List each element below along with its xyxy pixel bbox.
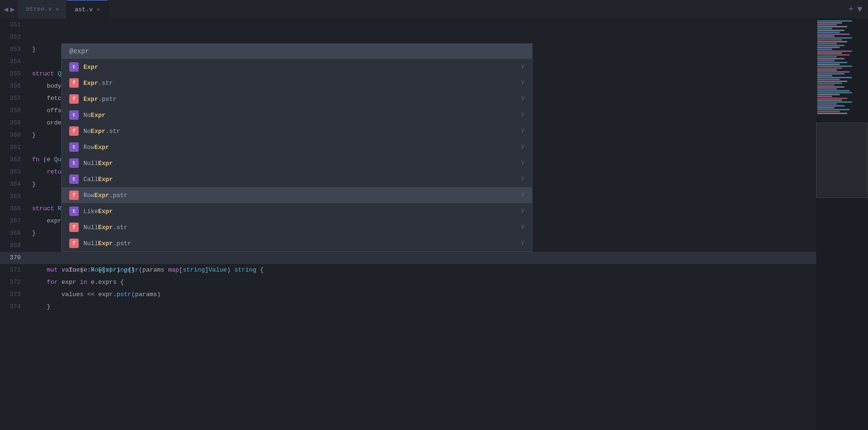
item-func-icon: f bbox=[69, 78, 79, 88]
line-number: 364 bbox=[0, 178, 28, 190]
tab-btree-close[interactable]: ✕ bbox=[56, 6, 59, 13]
line-number: 374 bbox=[0, 301, 28, 313]
code-line: 374 } bbox=[0, 301, 816, 313]
line-number: 371 bbox=[0, 264, 28, 276]
editor-area: 351 352 } + '$ 353 } 354 bbox=[0, 19, 816, 430]
item-bold: Expr bbox=[83, 96, 98, 103]
autocomplete-item-callexpr[interactable]: t CallExpr V bbox=[62, 171, 532, 187]
line-number: 363 bbox=[0, 166, 28, 178]
autocomplete-item-rowexpr[interactable]: t RowExpr V bbox=[62, 139, 532, 155]
item-shortcut: V bbox=[521, 80, 524, 86]
tab-ast-label: ast.v bbox=[74, 6, 93, 13]
item-shortcut: V bbox=[521, 96, 524, 102]
line-number: 354 bbox=[0, 56, 28, 68]
minimap-viewport bbox=[816, 123, 868, 198]
line-number: 361 bbox=[0, 141, 28, 154]
autocomplete-item-expr-pstr[interactable]: f Expr.pstr V bbox=[62, 91, 532, 107]
minimap-line bbox=[817, 22, 842, 24]
item-type-icon: t bbox=[69, 142, 79, 152]
tab-ast-close[interactable]: ✕ bbox=[97, 6, 100, 13]
minimap-line bbox=[817, 33, 850, 35]
item-shortcut: V bbox=[521, 160, 524, 166]
item-label: Expr bbox=[83, 64, 521, 71]
item-label: NullExpr.pstr bbox=[83, 240, 521, 247]
item-shortcut: V bbox=[521, 240, 524, 247]
item-type-icon: t bbox=[69, 174, 79, 184]
autocomplete-item-expr-str[interactable]: f Expr.str V bbox=[62, 75, 532, 91]
minimap-line bbox=[817, 111, 840, 112]
minimap-line bbox=[817, 50, 852, 52]
line-content: for expr in e.exprs { bbox=[28, 276, 816, 289]
autocomplete-item-nullexpr-str[interactable]: f NullExpr.str V bbox=[62, 219, 532, 235]
minimap-line bbox=[817, 71, 850, 73]
line-number: 356 bbox=[0, 80, 28, 92]
code-line: 371 mut values := []string{} bbox=[0, 264, 816, 276]
item-bold: Expr bbox=[91, 128, 106, 135]
minimap-line bbox=[817, 79, 840, 80]
minimap-line bbox=[817, 32, 840, 33]
minimap-line bbox=[817, 56, 837, 58]
minimap-line bbox=[817, 77, 852, 78]
autocomplete-item-rowexpr-pstr[interactable]: f RowExpr.pstr V bbox=[62, 187, 532, 203]
line-number: 351 bbox=[0, 19, 28, 31]
minimap-line bbox=[817, 39, 842, 41]
item-label: CallExpr bbox=[83, 176, 521, 183]
tab-dropdown-icon[interactable]: ▼ bbox=[857, 5, 862, 14]
item-shortcut: V bbox=[521, 176, 524, 182]
line-number: 358 bbox=[0, 105, 28, 117]
minimap-line bbox=[817, 66, 852, 67]
item-func-icon: f bbox=[69, 239, 79, 248]
item-bold: Expr bbox=[83, 80, 98, 87]
line-number: 357 bbox=[0, 92, 28, 105]
minimap-line bbox=[817, 67, 842, 69]
item-type-icon: t bbox=[69, 110, 79, 120]
minimap-line bbox=[817, 99, 842, 101]
autocomplete-item-noexpr[interactable]: t NoExpr V bbox=[62, 107, 532, 123]
tab-btree[interactable]: btree.v ✕ bbox=[18, 0, 67, 19]
minimap-lines bbox=[816, 19, 868, 116]
item-bold: Expr bbox=[83, 64, 98, 71]
minimap-line bbox=[817, 86, 844, 88]
line-number: 373 bbox=[0, 289, 28, 301]
code-line-370: 370 fn (e RowExpr) pstr(params map[strin… bbox=[0, 252, 816, 264]
tab-nav[interactable]: ◀ ▶ bbox=[0, 5, 18, 14]
minimap-line bbox=[817, 107, 835, 108]
line-number: 367 bbox=[0, 215, 28, 227]
add-tab-button[interactable]: + bbox=[848, 5, 853, 14]
autocomplete-item-likeexpr[interactable]: t LikeExpr V bbox=[62, 203, 532, 219]
autocomplete-item-noexpr-str[interactable]: f NoExpr.str V bbox=[62, 123, 532, 139]
item-bold: Expr bbox=[91, 112, 106, 119]
minimap-content bbox=[816, 19, 868, 430]
minimap-line bbox=[817, 26, 847, 27]
nav-next-icon[interactable]: ▶ bbox=[10, 5, 15, 14]
minimap-line bbox=[817, 98, 847, 99]
nav-prev-icon[interactable]: ◀ bbox=[4, 5, 8, 14]
line-number-370: 370 bbox=[0, 252, 28, 264]
minimap-line bbox=[817, 96, 832, 97]
item-bold: Expr bbox=[98, 224, 113, 231]
minimap[interactable] bbox=[816, 19, 868, 430]
minimap-line bbox=[817, 92, 852, 93]
minimap-line bbox=[817, 52, 842, 54]
autocomplete-item-nullexpr[interactable]: t NullExpr V bbox=[62, 155, 532, 171]
item-label: NoExpr.str bbox=[83, 128, 521, 135]
tab-ast[interactable]: ast.v ✕ bbox=[67, 0, 108, 19]
item-func-icon: f bbox=[69, 126, 79, 136]
minimap-line bbox=[817, 75, 832, 76]
item-shortcut: V bbox=[521, 192, 524, 198]
item-label: RowExpr bbox=[83, 144, 521, 151]
autocomplete-input[interactable] bbox=[62, 44, 532, 59]
item-label: LikeExpr bbox=[83, 208, 521, 215]
line-number: 368 bbox=[0, 227, 28, 240]
minimap-line bbox=[817, 58, 844, 59]
tab-btree-label: btree.v bbox=[26, 6, 52, 13]
item-shortcut: V bbox=[521, 224, 524, 231]
autocomplete-item-nullexpr-pstr[interactable]: f NullExpr.pstr V bbox=[62, 235, 532, 251]
line-content: } bbox=[28, 301, 816, 313]
minimap-line bbox=[817, 109, 850, 110]
minimap-line bbox=[817, 81, 847, 82]
minimap-line bbox=[817, 43, 837, 44]
autocomplete-dropdown: t Expr V f Expr.str V f Expr.pstr V t No… bbox=[61, 43, 532, 252]
item-label: RowExpr.pstr bbox=[83, 192, 521, 199]
autocomplete-item-expr[interactable]: t Expr V bbox=[62, 59, 532, 75]
